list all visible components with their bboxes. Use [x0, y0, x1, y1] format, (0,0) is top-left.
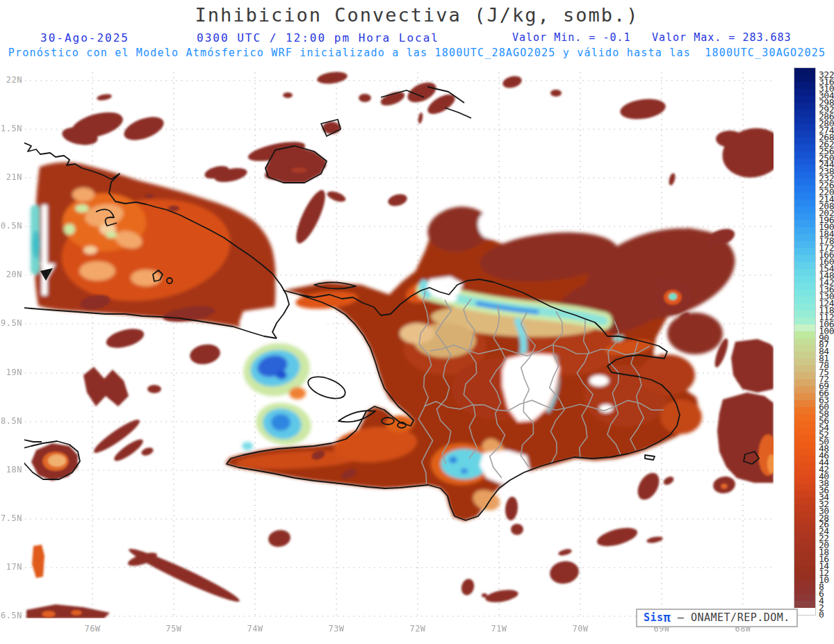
colorbar-cell: [794, 248, 815, 255]
lon-tick-label: 74W: [240, 624, 270, 634]
colorbar-cell: [794, 151, 815, 158]
colorbar-cell: [794, 449, 815, 456]
lat-tick-label: 9.5N: [0, 318, 22, 328]
weather-chart-page: Inhibicion Convectiva (J/kg, somb.) 30-A…: [0, 0, 834, 644]
colorbar-cell: [794, 158, 815, 165]
colorbar-cell: [794, 179, 815, 185]
lon-tick-label: 76W: [77, 624, 108, 634]
lon-tick-label: 70W: [565, 624, 596, 634]
colorbar-cell: [794, 185, 815, 192]
colorbar-cell: [794, 372, 815, 379]
colorbar-cell: [794, 234, 815, 241]
lon-tick-label: 72W: [402, 624, 433, 634]
colorbar-cell: [794, 172, 815, 179]
colorbar-cell: [794, 379, 815, 386]
valid-time: 0300 UTC / 12:00 pm Hora Local: [197, 31, 439, 44]
lat-tick-label: 8.5N: [0, 416, 22, 426]
colorbar-cell: [794, 124, 815, 131]
colorbar-cell: [794, 304, 815, 311]
colorbar-cell: [794, 490, 815, 497]
colorbar-cell: [794, 68, 815, 75]
colorbar-cell: [794, 407, 815, 414]
cin-map: [24, 69, 774, 618]
colorbar-cell: [794, 518, 815, 525]
colorbar-cell: [794, 386, 815, 393]
colorbar-cell: [794, 269, 815, 276]
colorbar-cell: [794, 283, 815, 290]
colorbar-cell: [794, 525, 815, 531]
colorbar-cell: [794, 192, 815, 199]
branding-box: Sis π — ONAMET/REP.DOM.: [636, 609, 798, 627]
colorbar-cell: [794, 538, 815, 545]
colorbar-cell: [794, 311, 815, 317]
lat-tick-label: 20N: [0, 270, 22, 279]
lon-tick-label: 73W: [321, 624, 352, 634]
colorbar-cell: [794, 131, 815, 138]
colorbar-cell: [794, 477, 815, 484]
colorbar: [794, 68, 815, 615]
colorbar-cell: [794, 206, 815, 213]
lon-tick-label: 71W: [484, 624, 514, 634]
valor-max: Valor Max. = 283.683: [652, 31, 792, 44]
colorbar-cell: [794, 531, 815, 538]
colorbar-cell: [794, 199, 815, 206]
colorbar-cell: [794, 358, 815, 365]
colorbar-cell: [794, 580, 815, 587]
colorbar-cell: [794, 117, 815, 124]
colorbar-cell: [794, 255, 815, 262]
onamet-label: — ONAMET/REP.DOM.: [671, 611, 790, 624]
colorbar-cell: [794, 103, 815, 110]
colorbar-cell: [794, 145, 815, 151]
colorbar-cell: [794, 442, 815, 449]
chart-title: Inhibicion Convectiva (J/kg, somb.): [0, 4, 834, 26]
lon-tick-label: 75W: [158, 624, 189, 634]
colorbar-cell: [794, 511, 815, 518]
colorbar-cell: [794, 559, 815, 566]
run-date: 30-Ago-2025: [40, 31, 129, 44]
colorbar-cell: [794, 435, 815, 442]
colorbar-cell: [794, 89, 815, 96]
colorbar-cell: [794, 338, 815, 345]
colorbar-cell: [794, 497, 815, 504]
lat-tick-label: 6.5N: [0, 611, 22, 620]
lat-tick-label: 19N: [0, 368, 22, 377]
colorbar-cell: [794, 421, 815, 428]
colorbar-cell: [794, 82, 815, 89]
pi-symbol: π: [664, 611, 671, 625]
colorbar-cell: [794, 393, 815, 400]
sis-label: Sis: [644, 611, 664, 624]
lat-tick-label: 22N: [0, 75, 22, 85]
valor-min: Valor Min. = -0.1: [512, 31, 631, 44]
colorbar-cell: [794, 573, 815, 580]
colorbar-cell: [794, 545, 815, 552]
colorbar-cell: [794, 587, 815, 594]
colorbar-cell: [794, 594, 815, 601]
lat-tick-label: 1.5N: [0, 124, 22, 133]
colorbar-cell: [794, 365, 815, 372]
colorbar-cell: [794, 96, 815, 103]
lat-tick-label: 0.5N: [0, 221, 22, 231]
colorbar-cell: [794, 352, 815, 358]
lat-tick-label: 21N: [0, 172, 22, 182]
colorbar-cell: [794, 220, 815, 227]
colorbar-cell: [794, 165, 815, 172]
colorbar-cell: [794, 241, 815, 248]
colorbar-cell: [794, 290, 815, 297]
colorbar-tick-label: 0: [819, 611, 824, 618]
colorbar-cell: [794, 138, 815, 145]
colorbar-cell: [794, 414, 815, 421]
colorbar-cell: [794, 262, 815, 269]
colorbar-cell: [794, 227, 815, 234]
colorbar-cell: [794, 345, 815, 352]
colorbar-cell: [794, 484, 815, 490]
colorbar-cell: [794, 297, 815, 304]
colorbar-cell: [794, 504, 815, 511]
colorbar-cell: [794, 552, 815, 559]
colorbar-cell: [794, 428, 815, 435]
lat-tick-label: 17N: [0, 562, 22, 572]
colorbar-cell: [794, 75, 815, 82]
lat-tick-label: 7.5N: [0, 513, 22, 523]
colorbar-cell: [794, 470, 815, 477]
colorbar-cell: [794, 213, 815, 220]
colorbar-cell: [794, 456, 815, 463]
